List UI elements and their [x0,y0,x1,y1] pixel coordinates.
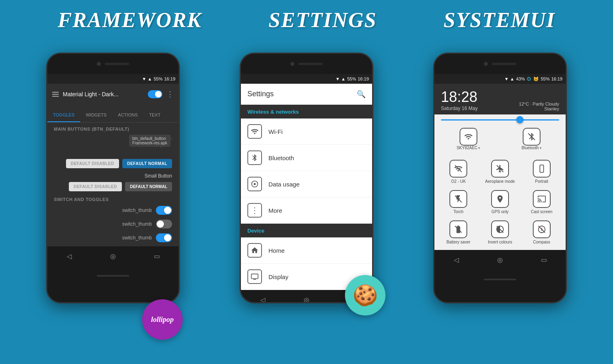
bluetooth-item[interactable]: Bluetooth [241,145,372,171]
wireless-section-header: Wireless & networks [241,105,372,119]
data-usage-item[interactable]: Data usage [241,171,372,197]
recents-btn-3[interactable]: ▭ [538,254,550,266]
wide-tiles-row: SKY82AEC ▾ Bluetooth ▾ [434,125,566,152]
tile-torch-label: Torch [453,210,463,214]
wifi-item[interactable]: Wi-Fi [241,119,372,145]
more-item[interactable]: ⋮ More [241,197,372,224]
switch-3[interactable] [156,233,172,242]
back-btn-2[interactable]: ◁ [257,294,269,302]
phone1: ▼ ▲ 55% 16:19 Material Light - Dark... ⋮… [46,53,180,303]
switch-2[interactable] [156,220,172,229]
status-icons-3: ▼ ▲ [504,76,515,81]
device-section-label: Device [247,228,264,234]
bluetooth-tile-label: Bluetooth ▾ [521,146,541,150]
aeroplane-tile-icon [491,160,509,178]
brightness-track[interactable] [441,119,559,121]
tile-cast[interactable]: Cast screen [521,186,562,216]
small-disabled-btn[interactable]: DEFAULT DISABLED [69,182,122,191]
home-btn[interactable]: ◎ [107,250,119,262]
switch-label-3: switch_thumb [122,235,152,241]
extra-pct: 43% [516,76,525,81]
speaker-grill-3 [492,63,516,65]
search-icon[interactable]: 🔍 [357,90,366,99]
default-disabled-btn[interactable]: DEFAULT DISABLED [66,159,119,168]
location-text: Stanley [519,106,559,111]
tile-gps-label: GPS only [492,210,509,214]
tile-aeroplane-label: Aeroplane mode [485,179,515,184]
battery-pct-2: 55% [347,76,356,81]
home-btn-2[interactable]: ◎ [300,294,313,302]
phone1-inner: ▼ ▲ 55% 16:19 Material Light - Dark... ⋮… [47,54,179,302]
wireless-section-label: Wireless & networks [247,109,299,115]
status-icons: ▼ ▲ [142,76,152,81]
hamburger-icon[interactable] [52,92,59,97]
notification-header: 18:28 Saturday 16 May 12°C · Partly Clou… [434,84,566,114]
switch-label-1: switch_thumb [122,207,152,213]
more-label: More [268,207,282,214]
home-btn-3[interactable]: ◎ [494,254,506,266]
phone3-wrapper: ▼ ▲ 43% ⚙ 😺 55% 16:19 18:28 Saturday 16 … [433,53,567,303]
tile-battery-saver[interactable]: Battery saver [438,216,479,247]
speaker-grill [105,63,129,65]
tile-portrait[interactable]: Portrait [521,156,562,186]
tab-text[interactable]: TEXT [143,112,166,122]
lollipop-badge-area: lollipop [46,303,180,352]
switch-1[interactable] [156,206,172,215]
phone2-inner: ▼ ▲ 55% 16:19 Settings 🔍 Wireless & netw… [241,54,372,302]
wifi-icon [247,124,262,139]
battery-pct-3: 55% [541,76,549,81]
phone1-status-bar: ▼ ▲ 55% 16:19 [47,74,179,84]
tile-invert[interactable]: Invert colours [479,216,521,247]
svg-rect-7 [540,165,543,172]
torch-tile-icon [449,190,467,208]
marshmallow-circle: 🍪 [345,275,385,315]
battery-pct: 55% [153,76,162,81]
camera-dot-3 [484,62,488,66]
tile-o2uk[interactable]: O2 - UK [438,156,479,186]
compass-tile-icon [533,220,551,238]
notif-header-row: 18:28 Saturday 16 May 12°C · Partly Clou… [441,89,559,111]
data-icon [247,177,262,191]
back-btn-3[interactable]: ◁ [450,254,462,266]
wifi-tile[interactable]: SKY82AEC ▾ [441,128,496,150]
time-date: 18:28 Saturday 16 May [441,89,478,111]
bluetooth-label-tile: Bluetooth [521,146,539,150]
tile-compass[interactable]: Compass [521,216,562,247]
app-title: Material Light - Dark... [63,91,144,97]
display-label: Display [268,273,288,280]
home-item[interactable]: Home [241,237,372,264]
theme-toggle[interactable] [148,90,162,98]
phone3: ▼ ▲ 43% ⚙ 😺 55% 16:19 18:28 Saturday 16 … [433,53,567,303]
bluetooth-dropdown-arrow: ▾ [540,146,542,150]
tab-toggles[interactable]: TOGGLES [47,112,80,122]
switch-section-label: SWITCH AND TOGGLES [47,193,179,203]
small-buttons-row: DEFAULT DISABLED DEFAULT NORMAL [47,180,179,193]
clock: 16:19 [164,76,175,81]
back-btn[interactable]: ◁ [63,250,75,262]
signal-tile-icon [449,160,467,178]
tab-actions[interactable]: ACTIONS [112,112,143,122]
face-icon: 😺 [533,76,539,82]
brightness-thumb[interactable] [516,116,524,123]
tile-battery-saver-label: Battery saver [447,240,470,244]
svg-rect-2 [251,274,258,279]
tile-aeroplane[interactable]: Aeroplane mode [479,156,521,186]
tooltip: btn_default_button Framework-res.apk [129,135,170,147]
camera-dot-2 [290,62,294,66]
default-normal-btn[interactable]: DEFAULT NORMAL [122,159,172,168]
phone1-top-bar [47,54,179,74]
bluetooth-icon [247,150,262,165]
tab-widgets[interactable]: WIDGETS [80,112,112,122]
phone3-status-bar: ▼ ▲ 43% ⚙ 😺 55% 16:19 [434,74,566,84]
tile-gps[interactable]: GPS only [479,186,521,216]
recents-btn[interactable]: ▭ [151,250,163,262]
bottom-line [97,275,129,277]
more-icon[interactable]: ⋮ [166,90,174,99]
settings-content: Wireless & networks Wi-Fi [241,105,372,290]
small-normal-btn[interactable]: DEFAULT NORMAL [125,182,172,191]
bluetooth-tile[interactable]: Bluetooth ▾ [504,128,559,150]
tile-torch[interactable]: Torch [438,186,479,216]
phone1-bottom-bar [47,266,179,286]
portrait-tile-icon [533,160,551,178]
tooltip-area: Normal Bu... btn_default_button Framewor… [47,133,179,157]
